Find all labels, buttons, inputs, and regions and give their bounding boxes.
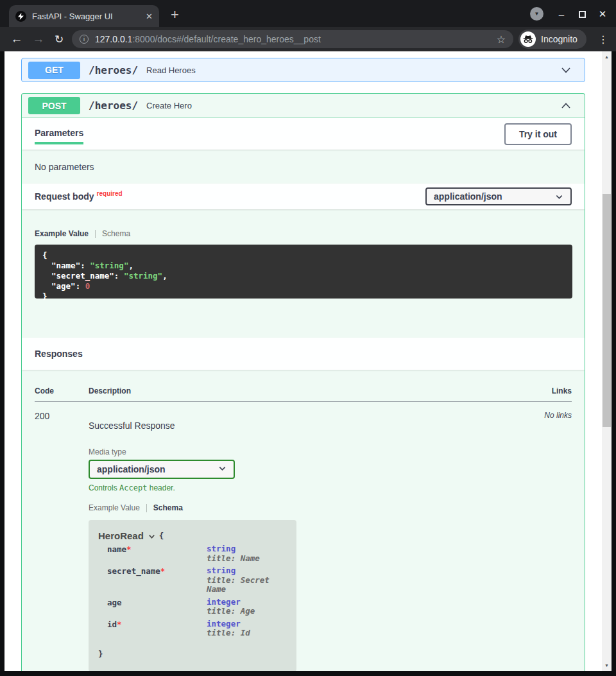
request-example-tabs: Example Value Schema [35,229,572,238]
opblock-get-heroes[interactable]: GET /heroes/ Read Heroes [21,58,585,82]
url-host: 127.0.0.1 [95,34,132,44]
property-type: integer [207,598,255,607]
model-property: id* integer title: Id [98,620,287,638]
request-body-section: Example Value Schema {"name": "string","… [22,209,585,338]
get-summary: Read Heroes [146,65,196,75]
property-name: age [107,598,207,616]
scrollbar-thumb[interactable] [603,194,611,427]
property-detail: string title: Name [207,544,260,563]
model-property: age integer title: Age [98,598,287,616]
forward-button[interactable]: → [30,27,47,51]
window-frame-edge [0,671,616,676]
model-name: HeroRead [98,530,144,541]
new-tab-button[interactable]: + [171,5,179,24]
property-title: title: Secret Name [207,576,287,594]
response-200-links: No links [495,411,572,671]
browser-menu-button[interactable]: ⋮ [594,27,612,51]
request-body-section-header: Request body required application/json [22,184,585,209]
property-name: name* [107,544,207,563]
heroread-model-box: HeroRead { name* string title: N [89,520,296,671]
get-method-badge: GET [28,62,80,79]
parameters-title: Parameters [35,124,83,144]
model-close-brace: } [98,649,287,659]
response-example-tabs: Example Value Schema [89,503,495,512]
fastapi-logo-icon [15,11,26,22]
post-opblock-header[interactable]: POST /heroes/ Create Hero [22,94,585,118]
required-label: required [97,190,123,197]
post-path: /heroes/ [89,100,138,112]
media-type-control: Media type application/json Controls Acc… [89,447,495,492]
window-minimize-button[interactable]: – [554,7,569,21]
site-info-icon[interactable]: i [80,35,89,44]
model-open-brace: { [159,531,164,541]
window-maximize-button[interactable] [575,7,589,21]
model-property: secret_name* string title: Secret Name [98,566,287,594]
window-close-button[interactable]: ✕ [595,7,610,21]
responses-table: Code Description Links 200 Successful Re… [22,370,585,671]
swagger-content: GET /heroes/ Read Heroes POST /heroes/ C… [4,51,602,671]
request-example-code[interactable]: {"name": "string","secret_name": "string… [35,245,572,299]
tab-schema[interactable]: Schema [102,229,130,238]
responses-table-header: Code Description Links [35,386,572,402]
incognito-label: Incognito [541,34,578,44]
maximize-icon [579,11,586,18]
response-content-type-value: application/json [97,464,166,474]
property-title: title: Id [207,628,250,638]
tab-close-icon[interactable]: ✕ [146,12,153,21]
post-summary: Create Hero [146,101,192,110]
browser-toolbar: ← → ↻ i 127.0.0.1:8000/docs#/default/cre… [0,27,616,51]
model-property: name* string title: Name [98,544,287,563]
opblock-post-heroes: POST /heroes/ Create Hero Parameters Try… [21,93,585,671]
tab-schema[interactable]: Schema [153,503,183,512]
responses-title: Responses [35,349,83,359]
property-detail: integer title: Age [207,598,255,616]
back-button[interactable]: ← [8,27,26,51]
response-200-description-cell: Successful Response Media type applicati… [89,411,495,671]
controls-accept-note: Controls Accept header. [89,483,495,492]
request-content-type-select[interactable]: application/json [425,187,572,205]
chevron-down-icon[interactable] [148,532,156,541]
tab-example-value[interactable]: Example Value [89,503,140,512]
tab-divider [146,504,147,512]
column-description: Description [89,386,495,395]
parameters-section-header: Parameters Try it out [22,118,585,150]
property-name: secret_name* [107,566,207,594]
chevron-up-icon[interactable] [560,100,572,112]
tab-divider [95,230,96,238]
response-code-200: 200 [35,411,89,671]
browser-tab[interactable]: FastAPI - Swagger UI ✕ [9,5,159,27]
incognito-icon [520,31,536,47]
property-title: title: Age [207,607,255,616]
tab-example-value[interactable]: Example Value [35,229,89,238]
scroll-up-arrow-icon[interactable]: ▲ [602,55,612,59]
property-type: integer [207,620,250,629]
property-type: string [207,566,287,576]
property-title: title: Name [207,554,260,564]
model-title-row[interactable]: HeroRead { [98,530,287,541]
page-scrollbar[interactable]: ▲ ▼ [602,51,612,671]
address-bar[interactable]: i 127.0.0.1:8000/docs#/default/create_he… [72,30,513,48]
try-it-out-button[interactable]: Try it out [504,123,572,145]
column-code: Code [35,386,89,395]
no-parameters-text: No parameters [22,150,585,184]
bookmark-star-icon[interactable]: ☆ [497,33,506,46]
response-content-type-select[interactable]: application/json [89,460,235,479]
column-links: Links [495,386,572,395]
chevron-down-icon[interactable] [560,64,572,76]
property-detail: integer title: Id [207,620,250,638]
swagger-page: GET /heroes/ Read Heroes POST /heroes/ C… [4,51,612,671]
tab-search-button[interactable]: ▼ [530,7,543,21]
media-type-label: Media type [89,447,495,456]
response-200-description: Successful Response [89,420,495,431]
response-row-200: 200 Successful Response Media type appli… [35,402,572,671]
reload-button[interactable]: ↻ [50,27,68,51]
chevron-down-icon [218,464,227,474]
incognito-badge: Incognito [518,30,586,49]
property-type: string [207,544,260,554]
property-name: id* [107,620,207,638]
url-path: :8000/docs#/default/create_hero_heroes__… [132,34,320,44]
get-path: /heroes/ [89,64,138,76]
browser-tab-bar: FastAPI - Swagger UI ✕ + ▼ – ✕ [0,0,616,27]
request-body-title: Request body [35,191,94,202]
scroll-down-arrow-icon[interactable]: ▼ [602,663,612,668]
